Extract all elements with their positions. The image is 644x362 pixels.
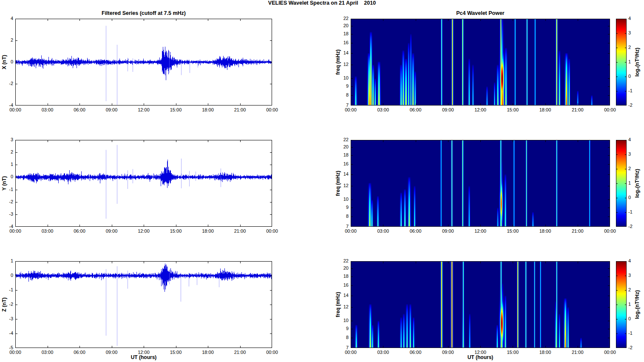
x-tick-label: 12:00	[133, 350, 154, 355]
filtered-series-title: Filtered Series (cutoff at 7.5 mHz)	[15, 10, 272, 16]
y-wavelet-spectrogram-canvas	[351, 140, 610, 227]
x-series-plot-canvas	[15, 19, 272, 105]
colorbar-tick-label: -1	[628, 209, 641, 214]
y-tick-label: 20	[334, 265, 349, 271]
y-tick-label: 9	[334, 205, 349, 210]
colorbar-tick-label: 0	[628, 316, 641, 321]
x-tick-label: 06:00	[69, 228, 90, 234]
x-tick-label: 21:00	[230, 350, 250, 355]
colorbar-tick-label: -2	[628, 103, 641, 108]
figure-title: VELIES Wavelet Spectra on 21 April 2010	[0, 0, 644, 6]
y-tick-label: 18	[334, 152, 349, 157]
colorbar-tick-label: 2	[628, 45, 641, 50]
colorbar-tick-label: 4	[628, 137, 641, 142]
series-xaxis-label: UT (hours)	[15, 354, 272, 360]
x-tick-label: 00:00	[262, 350, 282, 355]
z-wavelet-spectrogram-canvas	[351, 261, 610, 348]
y-tick-label: 14	[334, 171, 349, 177]
x-tick-label: 09:00	[102, 228, 122, 234]
z-series-plot-canvas	[15, 261, 272, 348]
x-tick-label: 15:00	[166, 350, 186, 355]
colorbar-tick-label: -2	[628, 224, 641, 229]
x-tick-label: 21:00	[230, 228, 250, 234]
colorbar-tick-label: 1	[628, 180, 641, 185]
y-tick-label: 20	[334, 23, 349, 28]
colorbar-tick-label: 3	[628, 273, 641, 278]
x-tick-label: 06:00	[406, 107, 426, 112]
x-tick-label: 12:00	[133, 107, 154, 112]
x-tick-label: 18:00	[198, 350, 218, 355]
y-tick-label: 14	[334, 293, 349, 298]
x-tick-label: 12:00	[133, 228, 154, 234]
x-tick-label: 00:00	[600, 107, 620, 112]
y-tick-label: 0	[0, 273, 13, 278]
y-tick-label: 16	[334, 161, 349, 166]
x-tick-label: 12:00	[470, 228, 491, 234]
y-tick-label: 14	[334, 50, 349, 55]
x-tick-label: 09:00	[438, 350, 458, 355]
y-tick-label: 8	[334, 214, 349, 219]
colorbar-top-canvas	[616, 19, 627, 105]
y-tick-label: 10	[334, 318, 349, 323]
colorbar-tick-label: -1	[628, 88, 641, 93]
wavelet-power-title: Pc4 Wavelet Power	[351, 10, 610, 16]
y-tick-label: -3	[0, 211, 13, 217]
x-tick-label: 15:00	[502, 350, 523, 355]
x-tick-label: 03:00	[373, 107, 393, 112]
x-tick-label: 06:00	[406, 350, 426, 355]
y-tick-label: 22	[334, 258, 349, 263]
x-tick-label: 21:00	[230, 107, 250, 112]
x-tick-label: 06:00	[69, 107, 90, 112]
x-tick-label: 06:00	[406, 228, 426, 234]
y-tick-label: -5	[0, 345, 13, 350]
x-tick-label: 03:00	[37, 107, 58, 112]
y-tick-label: 12	[334, 62, 349, 67]
y-tick-label: 2	[0, 37, 13, 43]
colorbar-tick-label: -1	[628, 331, 641, 336]
colorbar-tick-label: 4	[628, 16, 641, 21]
x-tick-label: 21:00	[567, 350, 588, 355]
x-tick-label: 18:00	[198, 107, 218, 112]
x-tick-label: 15:00	[166, 228, 186, 234]
y-tick-label: 18	[334, 31, 349, 36]
y-tick-label: -2	[0, 302, 13, 307]
y-tick-label: 12	[334, 304, 349, 309]
colorbar-tick-label: 1	[628, 302, 641, 307]
x-tick-label: 06:00	[69, 350, 90, 355]
x-tick-label: 00:00	[600, 350, 620, 355]
y-tick-label: 22	[334, 137, 349, 142]
y-tick-label: -2	[0, 199, 13, 204]
x-tick-label: 15:00	[502, 107, 523, 112]
y-tick-label: 1	[0, 258, 13, 263]
x-tick-label: 21:00	[567, 228, 588, 234]
x-tick-label: 00:00	[5, 228, 26, 234]
colorbar-tick-label: 3	[628, 30, 641, 35]
x-tick-label: 00:00	[600, 228, 620, 234]
y-tick-label: -2	[0, 81, 13, 86]
colorbar-tick-label: -2	[628, 345, 641, 350]
x-tick-label: 18:00	[535, 350, 556, 355]
y-tick-label: 4	[0, 16, 13, 21]
y-tick-label: -4	[0, 103, 13, 108]
x-tick-label: 09:00	[102, 350, 122, 355]
x-tick-label: 18:00	[535, 107, 556, 112]
colorbar-tick-label: 1	[628, 59, 641, 64]
y-tick-label: 1	[0, 162, 13, 167]
y-tick-label: 22	[334, 16, 349, 21]
y-series-plot-canvas	[15, 140, 272, 227]
x-tick-label: 09:00	[102, 107, 122, 112]
wavelet-xaxis-label: UT (hours)	[351, 354, 610, 360]
x-tick-label: 12:00	[470, 350, 491, 355]
x-tick-label: 09:00	[438, 228, 458, 234]
y-tick-label: -4	[0, 331, 13, 336]
y-tick-label: 8	[334, 92, 349, 97]
y-tick-label: 0	[0, 174, 13, 179]
y-tick-label: -4	[0, 224, 13, 229]
y-tick-label: -1	[0, 187, 13, 192]
y-tick-label: 10	[334, 75, 349, 80]
y-tick-label: 10	[334, 197, 349, 202]
x-tick-label: 03:00	[37, 350, 58, 355]
colorbar-tick-label: 2	[628, 287, 641, 292]
y-tick-label: 3	[0, 137, 13, 142]
y-tick-label: -3	[0, 316, 13, 321]
